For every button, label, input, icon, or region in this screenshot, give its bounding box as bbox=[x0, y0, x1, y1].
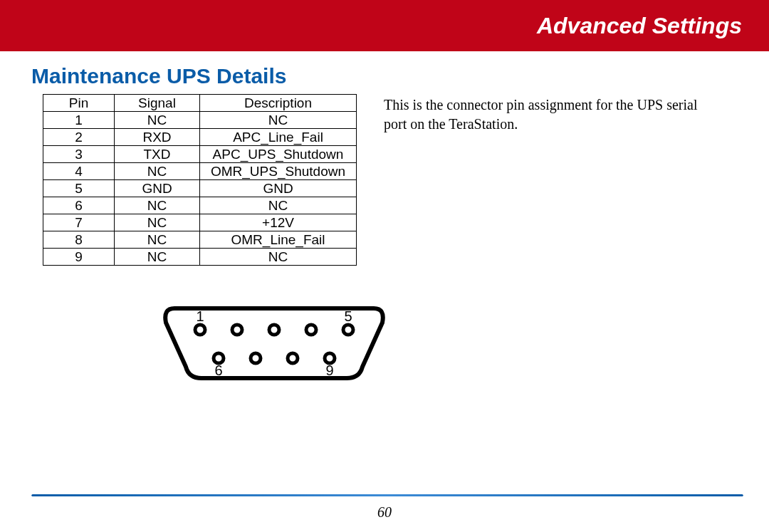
table-row: 6NCNC bbox=[43, 197, 357, 214]
pin-8-hole bbox=[288, 353, 298, 363]
pin-3-hole bbox=[269, 325, 279, 335]
pin-label-6: 6 bbox=[214, 363, 222, 378]
pin-table: Pin Signal Description 1NCNC 2RXDAPC_Lin… bbox=[43, 94, 357, 266]
pin-label-5: 5 bbox=[344, 308, 352, 324]
table-row: 8NCOMR_Line_Fail bbox=[43, 231, 357, 249]
pin-1-hole bbox=[195, 325, 205, 335]
table-row: 2RXDAPC_Line_Fail bbox=[43, 129, 357, 146]
pin-2-hole bbox=[232, 325, 242, 335]
pin-7-hole bbox=[251, 353, 261, 363]
pin-9-hole bbox=[325, 353, 335, 363]
page-number: 60 bbox=[0, 504, 769, 521]
table-row: 5GNDGND bbox=[43, 180, 357, 197]
svg-rect-0 bbox=[31, 494, 743, 496]
content-row: Pin Signal Description 1NCNC 2RXDAPC_Lin… bbox=[0, 94, 769, 266]
footer-rule bbox=[31, 494, 743, 496]
section-title: Maintenance UPS Details bbox=[31, 64, 769, 88]
table-header-row: Pin Signal Description bbox=[43, 95, 357, 112]
pin-4-hole bbox=[306, 325, 316, 335]
banner-title: Advanced Settings bbox=[537, 13, 742, 39]
table-row: 1NCNC bbox=[43, 112, 357, 129]
table-row: 9NCNC bbox=[43, 249, 357, 266]
th-pin: Pin bbox=[43, 95, 115, 112]
pin-6-hole bbox=[214, 353, 224, 363]
table-row: 7NC+12V bbox=[43, 214, 357, 231]
table-row: 4NCOMR_UPS_Shutdown bbox=[43, 163, 357, 180]
description-text: This is the connector pin assignment for… bbox=[384, 95, 711, 134]
db9-connector-diagram: 1 5 6 9 bbox=[160, 287, 388, 387]
header-banner: Advanced Settings bbox=[0, 0, 769, 51]
th-description: Description bbox=[200, 95, 357, 112]
pin-label-1: 1 bbox=[196, 308, 204, 324]
pin-table-container: Pin Signal Description 1NCNC 2RXDAPC_Lin… bbox=[43, 94, 357, 266]
pin-5-hole bbox=[343, 325, 353, 335]
pin-label-9: 9 bbox=[325, 363, 333, 378]
th-signal: Signal bbox=[115, 95, 200, 112]
table-row: 3TXDAPC_UPS_Shutdown bbox=[43, 146, 357, 163]
